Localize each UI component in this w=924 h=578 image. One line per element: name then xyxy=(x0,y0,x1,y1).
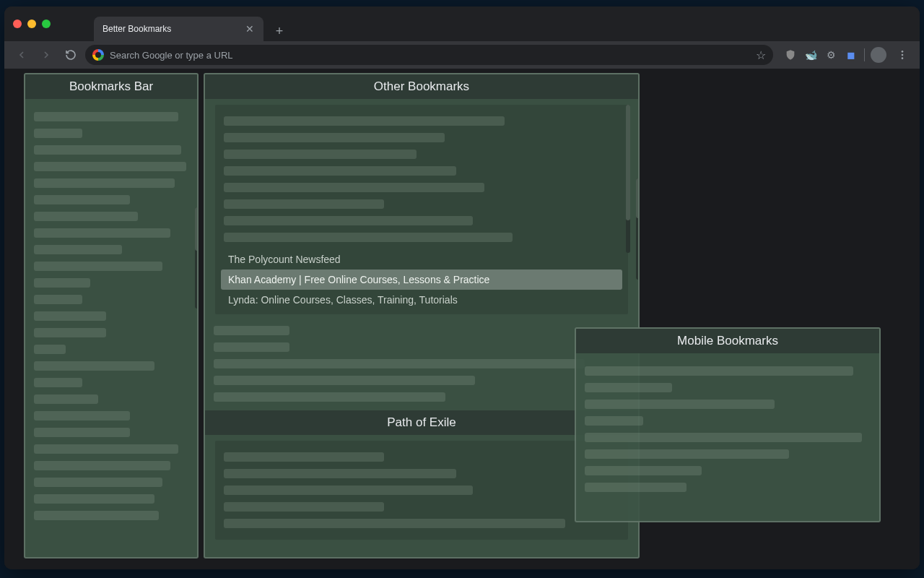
tab-title: Better Bookmarks xyxy=(103,24,171,34)
gear-icon[interactable]: ⚙ xyxy=(824,48,838,62)
scrollbar-thumb[interactable] xyxy=(195,207,197,251)
tab-active[interactable]: Better Bookmarks ✕ xyxy=(94,17,263,41)
tab-strip: Better Bookmarks ✕ + xyxy=(94,7,289,41)
bookmark-item[interactable]: Lynda: Online Courses, Classes, Training… xyxy=(221,290,622,310)
panel-body: The Polycount Newsfeed Khan Academy | Fr… xyxy=(205,99,638,557)
reload-button[interactable] xyxy=(61,45,81,65)
panel-header: Other Bookmarks xyxy=(205,74,638,99)
sub-folder-header[interactable]: Path of Exile xyxy=(205,410,638,435)
scrollbar-thumb[interactable] xyxy=(636,178,638,218)
panel-header: Mobile Bookmarks xyxy=(576,329,879,353)
panel-body xyxy=(576,353,879,521)
google-icon xyxy=(92,49,104,61)
extension-icons: 🐋 ⚙ ◼ xyxy=(777,45,912,65)
maximize-window-button[interactable] xyxy=(42,20,51,28)
svg-point-2 xyxy=(902,57,904,59)
forward-button[interactable] xyxy=(36,45,56,65)
bookmark-item-hovered[interactable]: Khan Academy | Free Online Courses, Less… xyxy=(221,269,622,290)
scrollbar-thumb[interactable] xyxy=(626,105,630,220)
mobile-bookmarks-panel[interactable]: Mobile Bookmarks xyxy=(575,327,881,522)
titlebar: Better Bookmarks ✕ + xyxy=(4,7,920,41)
omnibox-placeholder: Search Google or type a URL xyxy=(110,50,233,61)
extension-icon[interactable]: ◼ xyxy=(844,48,858,62)
nested-folder: The Polycount Newsfeed Khan Academy | Fr… xyxy=(215,105,628,314)
bookmark-star-icon[interactable]: ☆ xyxy=(756,48,766,62)
svg-point-0 xyxy=(902,51,904,53)
bookmarks-bar-panel[interactable]: Bookmarks Bar xyxy=(24,73,199,558)
browser-window: Better Bookmarks ✕ + Search Google or ty… xyxy=(4,7,920,569)
minimize-window-button[interactable] xyxy=(27,20,36,28)
shield-icon[interactable] xyxy=(783,48,798,62)
profile-avatar[interactable] xyxy=(871,47,886,63)
menu-button[interactable] xyxy=(892,45,912,65)
panel-body xyxy=(25,99,197,557)
whale-icon[interactable]: 🐋 xyxy=(803,48,818,62)
omnibox[interactable]: Search Google or type a URL ☆ xyxy=(85,45,773,65)
new-tab-button[interactable]: + xyxy=(269,21,289,41)
toolbar: Search Google or type a URL ☆ 🐋 ⚙ ◼ xyxy=(4,41,920,69)
nested-folder xyxy=(215,441,628,540)
close-window-button[interactable] xyxy=(13,20,22,28)
window-controls xyxy=(13,20,51,28)
divider xyxy=(864,48,865,61)
back-button[interactable] xyxy=(12,45,32,65)
close-icon[interactable]: ✕ xyxy=(245,24,255,34)
svg-point-1 xyxy=(902,54,904,56)
panel-header: Bookmarks Bar xyxy=(25,74,197,99)
page-content: Bookmarks Bar xyxy=(4,69,920,569)
bookmark-item[interactable]: The Polycount Newsfeed xyxy=(221,249,622,269)
